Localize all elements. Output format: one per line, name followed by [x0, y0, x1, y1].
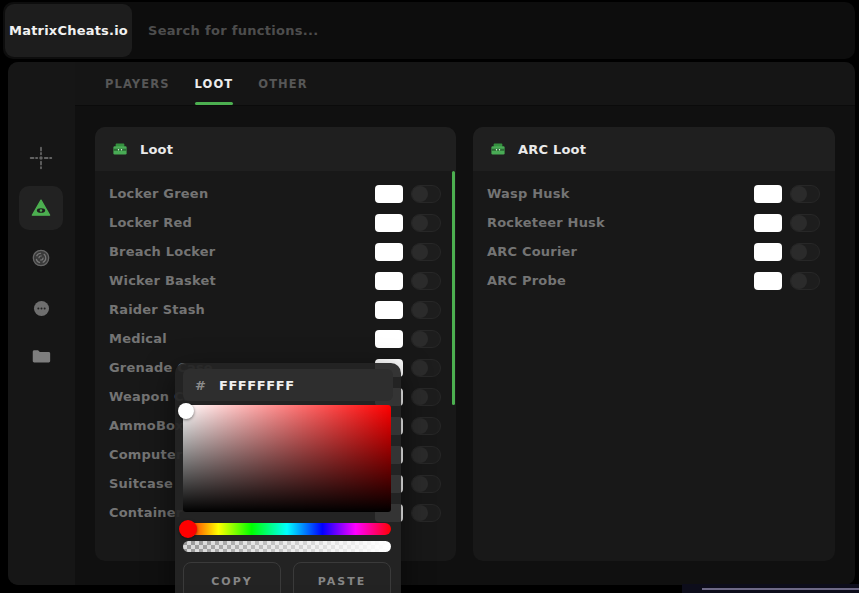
- toggle-knob: [412, 302, 428, 318]
- copy-button[interactable]: COPY: [183, 562, 281, 593]
- toggle-switch[interactable]: [790, 214, 820, 232]
- toggle-knob: [412, 273, 428, 289]
- sidebar-item-aim[interactable]: [19, 136, 63, 180]
- loot-item-label: Wasp Husk: [487, 186, 746, 201]
- sidebar-item-files[interactable]: [19, 334, 63, 378]
- alpha-slider[interactable]: [183, 541, 391, 552]
- color-swatch[interactable]: [375, 214, 403, 232]
- toggle-knob: [412, 186, 428, 202]
- search-input[interactable]: [148, 2, 568, 59]
- toggle-switch[interactable]: [790, 243, 820, 261]
- loot-item-row: Medical: [95, 324, 456, 353]
- sidebar-item-visuals[interactable]: [19, 186, 63, 230]
- loot-item-label: Medical: [109, 331, 367, 346]
- hue-slider[interactable]: [183, 523, 391, 535]
- tab-bar: PLAYERS LOOT OTHER: [75, 62, 855, 106]
- loot-item-row: Locker Green: [95, 179, 456, 208]
- hex-color-input[interactable]: [219, 378, 359, 393]
- loot-item-label: Wicker Basket: [109, 273, 367, 288]
- toggle-switch[interactable]: [790, 272, 820, 290]
- toggle-switch[interactable]: [411, 475, 441, 493]
- loot-item-row: Wicker Basket: [95, 266, 456, 295]
- toggle-switch[interactable]: [411, 185, 441, 203]
- color-swatch[interactable]: [754, 272, 782, 290]
- panel-arc-loot-title: ARC Loot: [518, 142, 586, 157]
- loot-item-row: Wasp Husk: [473, 179, 835, 208]
- toggle-knob: [412, 389, 428, 405]
- color-swatch[interactable]: [375, 243, 403, 261]
- crosshair-icon: [28, 145, 54, 171]
- loot-item-row: Rocketeer Husk: [473, 208, 835, 237]
- toggle-knob: [412, 476, 428, 492]
- arc-loot-item-list: Wasp Husk Rocketeer Husk ARC Courier ARC…: [473, 179, 835, 295]
- toggle-knob: [412, 505, 428, 521]
- toggle-switch[interactable]: [411, 504, 441, 522]
- color-swatch[interactable]: [375, 272, 403, 290]
- toggle-knob: [412, 418, 428, 434]
- color-swatch[interactable]: [754, 214, 782, 232]
- toggle-switch[interactable]: [790, 185, 820, 203]
- loot-item-label: Rocketeer Husk: [487, 215, 746, 230]
- toggle-switch[interactable]: [411, 243, 441, 261]
- toolbox-icon: [111, 140, 129, 158]
- loot-item-label: Locker Green: [109, 186, 367, 201]
- toggle-switch[interactable]: [411, 330, 441, 348]
- matrixcheats-overlay: MatrixCheats.io: [0, 0, 859, 593]
- toggle-switch[interactable]: [411, 388, 441, 406]
- loot-item-label: Raider Stash: [109, 302, 367, 317]
- main-window: PLAYERS LOOT OTHER Loot Locker Green Loc…: [8, 62, 855, 585]
- hue-knob[interactable]: [179, 520, 197, 538]
- loot-item-row: ARC Probe: [473, 266, 835, 295]
- toggle-switch[interactable]: [411, 214, 441, 232]
- tab-other[interactable]: OTHER: [258, 62, 307, 105]
- sidebar-item-radar[interactable]: [19, 236, 63, 280]
- toggle-switch[interactable]: [411, 272, 441, 290]
- loot-item-row: Locker Red: [95, 208, 456, 237]
- panel-loot-title: Loot: [140, 142, 173, 157]
- saturation-area[interactable]: [183, 405, 391, 512]
- toggle-switch[interactable]: [411, 446, 441, 464]
- loot-item-label: ARC Probe: [487, 273, 746, 288]
- toggle-knob: [791, 244, 807, 260]
- loot-scrollbar[interactable]: [452, 171, 455, 405]
- color-swatch[interactable]: [375, 301, 403, 319]
- sidebar-nav: [8, 62, 75, 585]
- saturation-knob[interactable]: [178, 403, 194, 419]
- color-swatch[interactable]: [754, 185, 782, 203]
- loot-item-label: ARC Courier: [487, 244, 746, 259]
- color-swatch[interactable]: [375, 185, 403, 203]
- folder-icon: [30, 345, 52, 367]
- tab-players[interactable]: PLAYERS: [105, 62, 170, 105]
- color-swatch[interactable]: [375, 330, 403, 348]
- sidebar-item-chat[interactable]: [19, 286, 63, 330]
- loot-item-row: ARC Courier: [473, 237, 835, 266]
- panel-arc-loot-header: ARC Loot: [473, 127, 835, 171]
- tab-loot[interactable]: LOOT: [195, 62, 234, 105]
- toggle-knob: [412, 360, 428, 376]
- top-bar: MatrixCheats.io: [3, 2, 855, 59]
- hex-input-row: #: [183, 369, 393, 401]
- panel-loot-header: Loot: [95, 127, 456, 171]
- toggle-knob: [791, 273, 807, 289]
- brand-logo: MatrixCheats.io: [5, 4, 132, 57]
- toggle-switch[interactable]: [411, 359, 441, 377]
- color-swatch[interactable]: [754, 243, 782, 261]
- loot-item-row: Breach Locker: [95, 237, 456, 266]
- hex-hash-prefix: #: [195, 378, 206, 393]
- toggle-knob: [791, 215, 807, 231]
- loot-item-label: Breach Locker: [109, 244, 367, 259]
- eye-triangle-icon: [30, 197, 52, 219]
- toggle-knob: [412, 447, 428, 463]
- spiral-icon: [30, 247, 52, 269]
- toggle-knob: [412, 215, 428, 231]
- chat-icon: [31, 298, 52, 319]
- loot-item-label: Locker Red: [109, 215, 367, 230]
- toggle-knob: [412, 331, 428, 347]
- loot-item-row: Raider Stash: [95, 295, 456, 324]
- toggle-switch[interactable]: [411, 301, 441, 319]
- toggle-switch[interactable]: [411, 417, 441, 435]
- background-window-line: [702, 588, 859, 590]
- panel-arc-loot: ARC Loot Wasp Husk Rocketeer Husk ARC Co…: [473, 127, 835, 561]
- toolbox-icon: [489, 140, 507, 158]
- paste-button[interactable]: PASTE: [293, 562, 391, 593]
